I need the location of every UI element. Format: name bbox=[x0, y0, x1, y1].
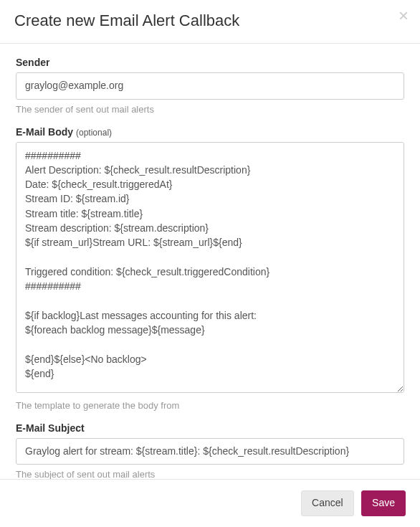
create-email-alert-callback-modal: Create new Email Alert Callback × Sender… bbox=[0, 0, 420, 527]
email-body-label: E-Mail Body (optional) bbox=[16, 126, 404, 138]
modal-footer: Cancel Save bbox=[0, 479, 420, 527]
email-subject-group: E-Mail Subject The subject of sent out m… bbox=[16, 422, 404, 480]
save-button[interactable]: Save bbox=[361, 490, 406, 516]
modal-body: Sender The sender of sent out mail alert… bbox=[0, 44, 420, 479]
email-body-optional: (optional) bbox=[76, 128, 112, 138]
email-body-group: E-Mail Body (optional) The template to g… bbox=[16, 126, 404, 411]
cancel-button[interactable]: Cancel bbox=[301, 490, 354, 516]
sender-group: Sender The sender of sent out mail alert… bbox=[16, 57, 404, 115]
email-subject-label: E-Mail Subject bbox=[16, 422, 404, 434]
modal-title: Create new Email Alert Callback bbox=[14, 11, 406, 30]
email-body-label-text: E-Mail Body bbox=[16, 126, 73, 138]
modal-header: Create new Email Alert Callback × bbox=[0, 0, 420, 44]
email-subject-input[interactable] bbox=[16, 438, 404, 465]
sender-input[interactable] bbox=[16, 72, 404, 100]
close-button[interactable]: × bbox=[398, 7, 409, 24]
sender-label: Sender bbox=[16, 57, 404, 68]
email-body-help: The template to generate the body from bbox=[16, 400, 404, 411]
email-body-textarea[interactable] bbox=[16, 142, 404, 393]
email-subject-help: The subject of sent out mail alerts bbox=[16, 469, 404, 479]
sender-help: The sender of sent out mail alerts bbox=[16, 104, 404, 115]
